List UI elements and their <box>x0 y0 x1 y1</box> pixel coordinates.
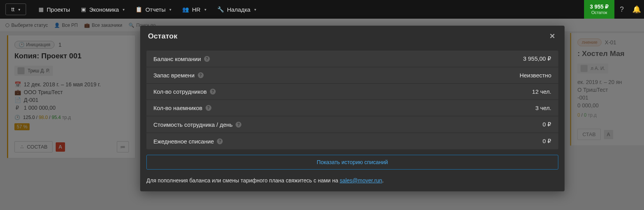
caret-down-icon: ▾ <box>254 7 256 12</box>
balance-row-company-balance: Баланс компании? 3 955,00 ₽ <box>146 51 558 67</box>
help-icon[interactable]: ? <box>236 122 241 128</box>
caret-down-icon: ▾ <box>204 7 206 12</box>
show-history-button[interactable]: Показать историю списаний <box>146 155 558 170</box>
caret-down-icon: ▾ <box>18 7 20 12</box>
caret-down-icon: ▾ <box>123 7 125 12</box>
modal-header: Остаток ✕ <box>140 26 565 46</box>
clipboard-icon: 📋 <box>135 6 142 12</box>
nav-item-label: Экономика <box>89 6 119 13</box>
top-navigation: tt ▾ ▦ Проекты ▣ Экономика ▾ 📋 Отчеты ▾ … <box>0 0 644 19</box>
workspace-code: tt <box>11 6 14 12</box>
row-value: 3 чел. <box>535 105 551 111</box>
row-label: Запас времени <box>153 72 195 79</box>
row-value: 0 ₽ <box>542 138 551 145</box>
caret-down-icon: ▾ <box>169 7 171 12</box>
balance-row-contractors: Кол-во наемников? 3 чел. <box>146 100 558 116</box>
modal-title: Остаток <box>148 32 177 40</box>
help-icon: ? <box>620 5 624 14</box>
row-value: 3 955,00 ₽ <box>523 55 551 62</box>
nav-item-reports[interactable]: 📋 Отчеты ▾ <box>135 6 171 13</box>
nav-item-settings[interactable]: 🔧 Наладка ▾ <box>217 6 256 13</box>
help-icon[interactable]: ? <box>206 105 211 111</box>
help-icon[interactable]: ? <box>210 89 216 94</box>
grid-icon: ▦ <box>39 6 44 12</box>
people-icon: 👥 <box>182 6 189 12</box>
balance-modal: Остаток ✕ Баланс компании? 3 955,00 ₽ За… <box>140 26 565 191</box>
balance-indicator[interactable]: 3 955 ₽ Остаток <box>584 0 614 19</box>
balance-label: Остаток <box>591 10 607 15</box>
balance-row-time-reserve: Запас времени? Неизвестно <box>146 67 558 84</box>
balance-row-employees: Кол-во сотрудников? 12 чел. <box>146 84 558 100</box>
row-value: 0 ₽ <box>542 121 551 128</box>
wrench-icon: 🔧 <box>217 6 224 12</box>
nav-item-projects[interactable]: ▦ Проекты <box>39 6 70 13</box>
close-icon: ✕ <box>549 32 555 40</box>
footer-text-pre: Для пополнения баланса или смены тарифно… <box>146 177 340 184</box>
modal-footer: Для пополнения баланса или смены тарифно… <box>140 177 565 191</box>
row-label: Ежедневное списание <box>153 138 214 145</box>
balance-amount: 3 955 ₽ <box>590 4 609 10</box>
top-nav-right: 3 955 ₽ Остаток ? 🔔 <box>584 0 644 19</box>
nav-item-economy[interactable]: ▣ Экономика ▾ <box>81 6 125 13</box>
sales-email-link[interactable]: sales@mover.run <box>340 177 382 184</box>
row-label: Кол-во наемников <box>153 105 202 111</box>
help-icon[interactable]: ? <box>217 138 223 144</box>
nav-item-label: Наладка <box>227 6 250 13</box>
nav-item-label: Отчеты <box>145 6 165 13</box>
row-value: 12 чел. <box>532 88 551 95</box>
money-icon: ▣ <box>81 6 86 12</box>
nav-item-label: Проекты <box>47 6 70 13</box>
close-button[interactable]: ✕ <box>548 32 557 40</box>
footer-text-post: . <box>382 177 384 184</box>
help-button[interactable]: ? <box>614 0 629 19</box>
row-value: Неизвестно <box>519 72 551 79</box>
notifications-button[interactable]: 🔔 <box>629 0 644 19</box>
row-label: Стоимость сотрудника / день <box>153 121 232 128</box>
help-icon[interactable]: ? <box>198 72 204 78</box>
row-label: Кол-во сотрудников <box>153 88 207 95</box>
nav-item-label: HR <box>192 6 201 13</box>
modal-body: Баланс компании? 3 955,00 ₽ Запас времен… <box>140 46 565 177</box>
workspace-switcher[interactable]: tt ▾ <box>5 4 26 15</box>
balance-row-cost-per-day: Стоимость сотрудника / день? 0 ₽ <box>146 116 558 133</box>
nav-menu: ▦ Проекты ▣ Экономика ▾ 📋 Отчеты ▾ 👥 HR … <box>39 6 256 13</box>
row-label: Баланс компании <box>153 56 201 62</box>
balance-row-daily-charge: Ежедневное списание? 0 ₽ <box>146 133 558 149</box>
help-icon[interactable]: ? <box>204 56 210 62</box>
nav-item-hr[interactable]: 👥 HR ▾ <box>182 6 206 13</box>
balance-table: Баланс компании? 3 955,00 ₽ Запас времен… <box>146 51 558 149</box>
bell-icon: 🔔 <box>632 5 641 14</box>
